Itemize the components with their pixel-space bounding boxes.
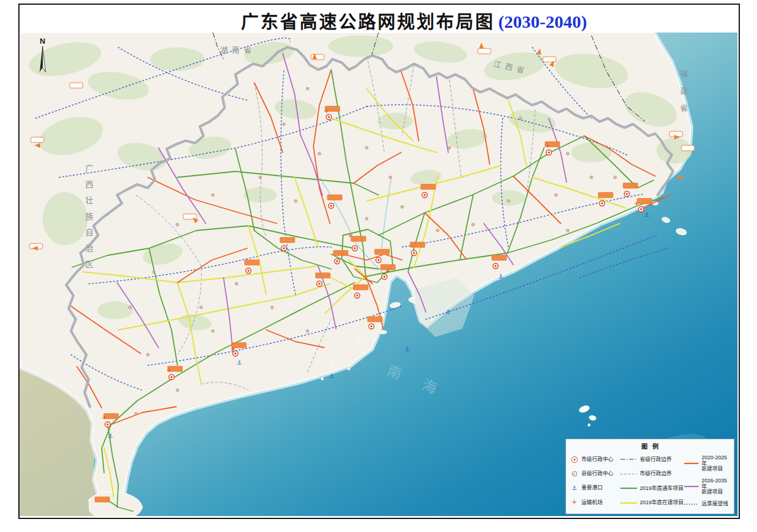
city-boundary-swatch bbox=[620, 472, 638, 476]
airport-icon: ✈ bbox=[167, 367, 172, 374]
port-icon: ⚓ bbox=[329, 373, 334, 379]
port-icon: ⚓ bbox=[108, 433, 113, 439]
province-label-fujian: 福建省 bbox=[678, 70, 689, 121]
legend-label-new-2026-2035-line1: 2026-2035年 bbox=[701, 478, 730, 489]
compass-label: N bbox=[35, 38, 50, 45]
north-arrow-icon bbox=[37, 45, 48, 74]
legend-item-county-center: 县级行政中心 bbox=[570, 471, 620, 476]
legend-label-new-2020-2025-line2: 新建项目 bbox=[701, 466, 730, 472]
province-boundary-swatch bbox=[620, 457, 638, 462]
county-center-icon bbox=[572, 471, 577, 476]
legend-label-new-2020-2025-line1: 2020-2025年 bbox=[701, 455, 730, 466]
province-label-guangxi: 广西壮族自治区 bbox=[83, 164, 95, 276]
map-page: ⚓ ⚓ ⚓ ⚓ ⚓ ⚓ ⚓ ✈ ✈ ✈ ✈ ✈ ✈ ✈ ✈ 广东省高速公路网规划… bbox=[0, 0, 757, 532]
airport-icon: ✈ bbox=[324, 108, 329, 115]
airport-icon: ✈ bbox=[348, 232, 352, 239]
legend-label-county-center: 县级行政中心 bbox=[581, 471, 613, 476]
port-icon: ⚓ bbox=[445, 309, 451, 315]
airport-icon: ✈ bbox=[634, 200, 639, 207]
compass: N bbox=[35, 38, 50, 77]
port-icon: ⚓ bbox=[644, 212, 649, 218]
port-icon: ⚓ bbox=[498, 273, 503, 280]
province-label-hunan: 湖南省 bbox=[220, 44, 255, 55]
legend-item-vision: 远景展望线 bbox=[684, 501, 730, 507]
port-icon: ⚓ bbox=[570, 485, 579, 492]
port-icon: ⚓ bbox=[237, 359, 242, 366]
legend-item-new-2026-2035: 2026-2035年 新建项目 bbox=[684, 478, 730, 495]
legend-label-city-boundary: 市级行政边界 bbox=[640, 471, 672, 476]
legend-title: 图例 bbox=[570, 442, 730, 450]
legend-label-vision: 远景展望线 bbox=[701, 501, 728, 507]
page-title-period: (2030-2040) bbox=[499, 12, 587, 31]
legend-item-new-2020-2025: 2020-2025年 新建项目 bbox=[684, 455, 730, 472]
vision-line-swatch bbox=[684, 502, 699, 507]
legend-columns: 市级行政中心 县级行政中心 ⚓ 重要港口 ✈ 运输机场 省级行政 bbox=[570, 452, 730, 510]
legend-box: 图例 市级行政中心 县级行政中心 ⚓ 重要港口 ✈ 运输机场 bbox=[565, 439, 735, 514]
legend-item-airport: ✈ 运输机场 bbox=[570, 499, 620, 506]
airport-icon: ✈ bbox=[386, 268, 390, 274]
page-title: 广东省高速公路网规划布局图 bbox=[241, 12, 495, 31]
new-2020-2025-swatch bbox=[684, 461, 699, 466]
airport-icon: ✈ bbox=[570, 499, 579, 506]
legend-item-construction-2019: 2019年底在建项目 bbox=[620, 500, 684, 505]
legend-item-port: ⚓ 重要港口 bbox=[570, 485, 620, 492]
legend-item-opened-2019: 2019年底通车项目 bbox=[620, 486, 684, 491]
legend-item-city-center: 市级行政中心 bbox=[570, 456, 620, 463]
city-center-icon bbox=[571, 456, 578, 463]
port-icon: ⚓ bbox=[405, 346, 410, 352]
airport-icon: ✈ bbox=[545, 142, 550, 149]
construction-2019-swatch bbox=[620, 501, 638, 505]
legend-label-port: 重要港口 bbox=[581, 485, 603, 491]
legend-label-opened-2019: 2019年底通车项目 bbox=[640, 486, 684, 491]
airport-icon: ✈ bbox=[231, 346, 235, 352]
legend-label-new-2026-2035-line2: 新建项目 bbox=[701, 489, 730, 495]
airport-icon: ✈ bbox=[102, 414, 106, 421]
legend-label-city-center: 市级行政中心 bbox=[581, 457, 613, 462]
opened-2019-swatch bbox=[620, 486, 638, 491]
legend-item-province-boundary: 省级行政边界 bbox=[620, 457, 684, 462]
legend-label-province-boundary: 省级行政边界 bbox=[640, 457, 672, 462]
legend-label-construction-2019: 2019年底在建项目 bbox=[640, 500, 684, 505]
legend-item-city-boundary: 市级行政边界 bbox=[620, 471, 684, 476]
title-bar: 广东省高速公路网规划布局图(2030-2040) bbox=[0, 7, 757, 33]
legend-label-airport: 运输机场 bbox=[581, 500, 603, 505]
new-2026-2035-swatch bbox=[684, 484, 699, 489]
